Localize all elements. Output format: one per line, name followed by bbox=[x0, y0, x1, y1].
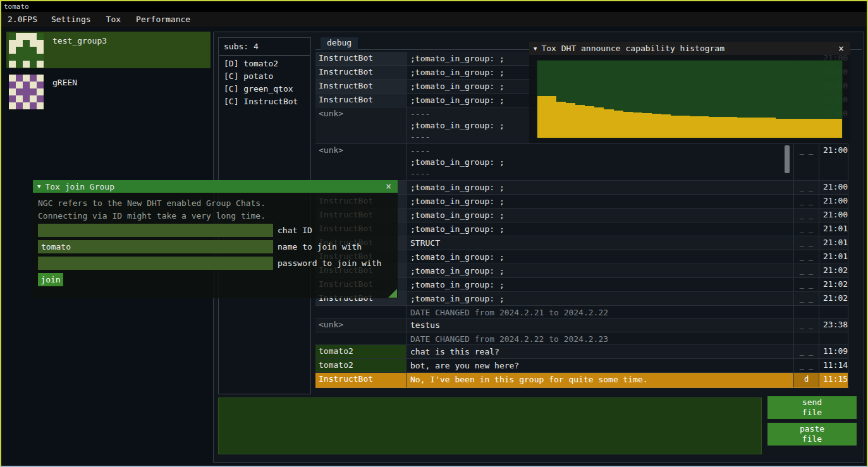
menu-item-tox[interactable]: Tox bbox=[99, 15, 128, 24]
join-info-line-1: NGC refers to the New DHT enabled Group … bbox=[33, 197, 398, 210]
message-time: 21:02 bbox=[819, 264, 848, 277]
collapse-arrow-icon[interactable]: ▼ bbox=[534, 45, 537, 52]
message-flags: _ _ bbox=[793, 278, 819, 291]
histogram-bar bbox=[537, 96, 547, 138]
histogram-bar bbox=[833, 119, 842, 138]
message-flags bbox=[793, 306, 819, 318]
message-row[interactable]: tomato2bot, are you new here?_ _11:14 bbox=[315, 359, 848, 373]
histogram-bar bbox=[747, 118, 756, 138]
message-time: 21:02 bbox=[819, 292, 848, 305]
join-dialog-body: NGC refers to the New DHT enabled Group … bbox=[33, 193, 398, 298]
join-button[interactable]: join bbox=[38, 273, 63, 286]
join-group-dialog: ▼ Tox join Group × NGC refers to the New… bbox=[33, 180, 398, 298]
message-flags: _ _ bbox=[793, 222, 819, 236]
message-input[interactable] bbox=[218, 397, 762, 454]
paste-file-button[interactable]: paste file bbox=[767, 423, 857, 446]
histogram-titlebar[interactable]: ▼ Tox DHT announce capability histogram … bbox=[529, 42, 850, 55]
close-icon[interactable]: × bbox=[384, 181, 393, 192]
group-list-item-test-group3[interactable]: test_group3 bbox=[6, 32, 211, 68]
resize-grip[interactable] bbox=[388, 289, 397, 298]
message-flags: _ _ bbox=[793, 181, 819, 194]
menu-item-settings[interactable]: Settings bbox=[44, 15, 99, 24]
group-list-item-green[interactable]: gREEN bbox=[6, 73, 211, 110]
message-author: tomato2 bbox=[315, 345, 406, 358]
member-item-potato[interactable]: [C] potato bbox=[219, 70, 310, 83]
histogram-bar bbox=[814, 119, 823, 138]
menu-item-performance[interactable]: Performance bbox=[128, 15, 198, 24]
message-flags: _ _ bbox=[793, 345, 819, 358]
date-separator-row: DATE CHANGED from 2024.2.21 to 2024.2.22 bbox=[315, 306, 848, 318]
histogram-bar bbox=[718, 117, 728, 138]
member-item-tomato2[interactable]: [D] tomato2 bbox=[219, 58, 310, 70]
message-text: ;tomato_in_group: ; bbox=[406, 209, 793, 222]
chat-id-input[interactable] bbox=[38, 224, 273, 237]
message-text: ----;tomato_in_group: ;---- bbox=[406, 144, 793, 180]
message-text: ;tomato_in_group: ; bbox=[406, 222, 793, 236]
chat-scrollbar[interactable] bbox=[785, 145, 790, 173]
message-flags: _ _ bbox=[793, 264, 819, 277]
message-flags: _ _ bbox=[793, 318, 819, 332]
message-flags: _ _ bbox=[793, 292, 819, 305]
message-text: testus bbox=[406, 318, 793, 332]
histogram-bar bbox=[604, 109, 613, 138]
message-time: 21:00 bbox=[819, 144, 848, 180]
histogram-bar bbox=[823, 119, 833, 138]
histogram-bar bbox=[652, 114, 661, 138]
message-time: 21:01 bbox=[819, 236, 848, 250]
message-time: 21:01 bbox=[819, 222, 848, 236]
close-icon[interactable]: × bbox=[836, 43, 846, 54]
histogram-bar bbox=[585, 106, 594, 138]
message-flags: _ _ bbox=[793, 359, 819, 372]
message-time: 11:15 bbox=[819, 373, 848, 387]
message-row[interactable]: <unk>----;tomato_in_group: ;----_ _21:00 bbox=[315, 144, 848, 181]
join-dialog-titlebar[interactable]: ▼ Tox join Group × bbox=[33, 180, 398, 193]
message-text: ;tomato_in_group: ; bbox=[406, 250, 793, 264]
join-password-input[interactable] bbox=[38, 257, 273, 270]
message-row[interactable]: <unk>testus_ _23:38 bbox=[315, 318, 848, 332]
message-author: InstructBot bbox=[315, 94, 406, 107]
message-text: ;tomato_in_group: ; bbox=[406, 195, 793, 208]
message-text: STRUCT bbox=[406, 236, 793, 250]
message-time: 11:09 bbox=[819, 345, 848, 358]
join-name-input[interactable] bbox=[38, 240, 273, 253]
message-time: 21:00 bbox=[819, 195, 848, 208]
group-avatar bbox=[9, 75, 44, 109]
message-text: ;tomato_in_group: ; bbox=[406, 181, 793, 194]
message-author: <unk> bbox=[315, 318, 406, 332]
histogram-bar bbox=[737, 118, 747, 138]
histogram-bar bbox=[709, 117, 718, 138]
message-text: No, I've been in this group for quite so… bbox=[406, 373, 793, 387]
send-file-button[interactable]: send file bbox=[767, 396, 857, 419]
group-avatar bbox=[9, 33, 44, 68]
group-list: test_group3 gREEN bbox=[6, 32, 211, 115]
window-title: tomato bbox=[4, 3, 29, 11]
join-password-label: password to join with bbox=[278, 258, 381, 268]
histogram-bar bbox=[547, 96, 556, 138]
histogram-bar bbox=[671, 116, 680, 138]
separator bbox=[219, 55, 310, 56]
message-flags: _ _ bbox=[793, 144, 819, 180]
histogram-bar bbox=[785, 119, 795, 138]
collapse-arrow-icon[interactable]: ▼ bbox=[37, 183, 40, 190]
histogram-bar bbox=[633, 112, 642, 138]
group-name: test_group3 bbox=[52, 36, 107, 68]
group-name: gREEN bbox=[52, 78, 77, 110]
message-time bbox=[819, 332, 848, 344]
member-item-green-qtox[interactable]: [C] green_qtox bbox=[219, 83, 310, 95]
histogram-bar bbox=[614, 111, 623, 138]
subs-count-header: subs: 4 bbox=[219, 38, 310, 55]
histogram-bar bbox=[690, 116, 699, 138]
message-author: tomato2 bbox=[315, 359, 406, 372]
tab-debug[interactable]: debug bbox=[321, 37, 358, 50]
message-time: 11:14 bbox=[819, 359, 848, 372]
message-text: ;tomato_in_group: ; bbox=[406, 278, 793, 291]
member-item-instructbot[interactable]: [C] InstructBot bbox=[219, 95, 310, 108]
message-time: 21:02 bbox=[819, 278, 848, 291]
message-author: InstructBot bbox=[315, 373, 406, 387]
histogram-bar bbox=[728, 117, 737, 138]
message-row[interactable]: InstructBotNo, I've been in this group f… bbox=[315, 373, 848, 388]
chat-id-label: chat ID bbox=[278, 226, 312, 235]
histogram-bar bbox=[661, 114, 671, 138]
message-row[interactable]: tomato2chat is this real?_ _11:09 bbox=[315, 345, 848, 359]
message-author: InstructBot bbox=[315, 80, 406, 93]
